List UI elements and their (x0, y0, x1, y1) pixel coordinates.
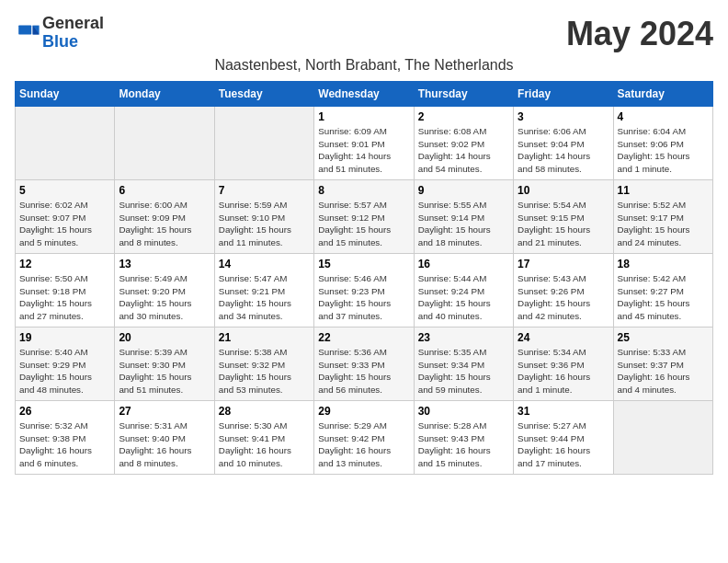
calendar-cell: 12Sunrise: 5:50 AMSunset: 9:18 PMDayligh… (16, 254, 115, 327)
day-info: Sunrise: 6:02 AMSunset: 9:07 PMDaylight:… (19, 199, 110, 249)
day-number: 1 (318, 110, 409, 123)
day-info: Sunrise: 5:52 AMSunset: 9:17 PMDaylight:… (618, 199, 709, 249)
calendar-header-row: SundayMondayTuesdayWednesdayThursdayFrid… (16, 82, 713, 107)
calendar-cell: 27Sunrise: 5:31 AMSunset: 9:40 PMDayligh… (115, 401, 214, 475)
day-number: 7 (219, 184, 310, 197)
day-info: Sunrise: 5:47 AMSunset: 9:21 PMDaylight:… (219, 272, 310, 323)
calendar-cell (214, 107, 313, 180)
calendar-cell: 15Sunrise: 5:46 AMSunset: 9:23 PMDayligh… (314, 254, 414, 327)
svg-rect-2 (18, 25, 31, 34)
calendar-cell: 31Sunrise: 5:27 AMSunset: 9:44 PMDayligh… (514, 401, 613, 475)
calendar-week-row: 26Sunrise: 5:32 AMSunset: 9:38 PMDayligh… (16, 401, 713, 475)
calendar-cell (115, 107, 214, 180)
day-info: Sunrise: 5:36 AMSunset: 9:33 PMDaylight:… (318, 346, 409, 396)
calendar-cell: 14Sunrise: 5:47 AMSunset: 9:21 PMDayligh… (214, 254, 313, 327)
day-info: Sunrise: 5:28 AMSunset: 9:43 PMDaylight:… (418, 419, 509, 470)
logo-text-block: General Blue (42, 15, 104, 52)
day-header-tuesday: Tuesday (214, 82, 313, 107)
day-info: Sunrise: 5:35 AMSunset: 9:34 PMDaylight:… (418, 346, 509, 396)
day-info: Sunrise: 5:57 AMSunset: 9:12 PMDaylight:… (318, 199, 409, 249)
day-info: Sunrise: 5:42 AMSunset: 9:27 PMDaylight:… (618, 272, 709, 323)
day-number: 22 (318, 331, 409, 344)
calendar-cell: 13Sunrise: 5:49 AMSunset: 9:20 PMDayligh… (115, 254, 214, 327)
day-info: Sunrise: 5:38 AMSunset: 9:32 PMDaylight:… (219, 346, 310, 396)
day-info: Sunrise: 5:49 AMSunset: 9:20 PMDaylight:… (119, 272, 210, 323)
calendar-cell: 2Sunrise: 6:08 AMSunset: 9:02 PMDaylight… (414, 107, 513, 180)
day-number: 17 (518, 258, 609, 270)
calendar-week-row: 19Sunrise: 5:40 AMSunset: 9:29 PMDayligh… (16, 327, 713, 401)
day-info: Sunrise: 6:06 AMSunset: 9:04 PMDaylight:… (518, 125, 609, 176)
calendar-week-row: 12Sunrise: 5:50 AMSunset: 9:18 PMDayligh… (16, 254, 713, 327)
day-number: 19 (19, 331, 110, 344)
day-header-monday: Monday (115, 82, 214, 107)
logo-label: General Blue (42, 15, 104, 52)
calendar-cell: 1Sunrise: 6:09 AMSunset: 9:01 PMDaylight… (314, 107, 414, 180)
day-info: Sunrise: 5:54 AMSunset: 9:15 PMDaylight:… (518, 199, 609, 249)
location-subtitle: Naastenbest, North Brabant, The Netherla… (15, 57, 713, 74)
day-number: 13 (119, 258, 210, 270)
calendar-cell: 26Sunrise: 5:32 AMSunset: 9:38 PMDayligh… (16, 401, 115, 475)
day-number: 27 (119, 405, 210, 418)
page-header: General Blue May 2024 (15, 15, 713, 53)
day-number: 4 (618, 110, 709, 123)
calendar-cell: 11Sunrise: 5:52 AMSunset: 9:17 PMDayligh… (613, 180, 712, 254)
day-number: 24 (518, 331, 609, 344)
day-info: Sunrise: 6:09 AMSunset: 9:01 PMDaylight:… (318, 125, 409, 176)
day-header-thursday: Thursday (414, 82, 513, 107)
day-info: Sunrise: 5:30 AMSunset: 9:41 PMDaylight:… (219, 419, 310, 470)
day-number: 5 (19, 184, 110, 197)
day-header-sunday: Sunday (16, 82, 115, 107)
month-title: May 2024 (566, 15, 713, 53)
day-number: 30 (418, 405, 509, 418)
day-info: Sunrise: 5:29 AMSunset: 9:42 PMDaylight:… (318, 419, 409, 470)
day-info: Sunrise: 5:27 AMSunset: 9:44 PMDaylight:… (518, 419, 609, 470)
day-number: 9 (418, 184, 509, 197)
calendar-week-row: 5Sunrise: 6:02 AMSunset: 9:07 PMDaylight… (16, 180, 713, 254)
day-number: 28 (219, 405, 310, 418)
day-number: 3 (518, 110, 609, 123)
day-info: Sunrise: 5:32 AMSunset: 9:38 PMDaylight:… (19, 419, 110, 470)
calendar-cell: 18Sunrise: 5:42 AMSunset: 9:27 PMDayligh… (613, 254, 712, 327)
calendar-cell: 22Sunrise: 5:36 AMSunset: 9:33 PMDayligh… (314, 327, 414, 401)
day-number: 15 (318, 258, 409, 270)
calendar-cell: 5Sunrise: 6:02 AMSunset: 9:07 PMDaylight… (16, 180, 115, 254)
calendar-cell: 24Sunrise: 5:34 AMSunset: 9:36 PMDayligh… (514, 327, 613, 401)
day-header-wednesday: Wednesday (314, 82, 414, 107)
calendar-cell: 30Sunrise: 5:28 AMSunset: 9:43 PMDayligh… (414, 401, 513, 475)
day-header-friday: Friday (514, 82, 613, 107)
calendar-cell: 19Sunrise: 5:40 AMSunset: 9:29 PMDayligh… (16, 327, 115, 401)
day-number: 6 (119, 184, 210, 197)
day-number: 16 (418, 258, 509, 270)
calendar-cell: 28Sunrise: 5:30 AMSunset: 9:41 PMDayligh… (214, 401, 313, 475)
day-number: 25 (618, 331, 709, 344)
day-info: Sunrise: 6:00 AMSunset: 9:09 PMDaylight:… (119, 199, 210, 249)
day-info: Sunrise: 5:40 AMSunset: 9:29 PMDaylight:… (19, 346, 110, 396)
day-number: 12 (19, 258, 110, 270)
day-info: Sunrise: 5:33 AMSunset: 9:37 PMDaylight:… (618, 346, 709, 396)
day-number: 10 (518, 184, 609, 197)
day-number: 8 (318, 184, 409, 197)
day-number: 2 (418, 110, 509, 123)
day-info: Sunrise: 5:46 AMSunset: 9:23 PMDaylight:… (318, 272, 409, 323)
day-info: Sunrise: 5:44 AMSunset: 9:24 PMDaylight:… (418, 272, 509, 323)
calendar-table: SundayMondayTuesdayWednesdayThursdayFrid… (15, 81, 713, 475)
calendar-cell (16, 107, 115, 180)
calendar-cell: 3Sunrise: 6:06 AMSunset: 9:04 PMDaylight… (514, 107, 613, 180)
calendar-cell: 21Sunrise: 5:38 AMSunset: 9:32 PMDayligh… (214, 327, 313, 401)
calendar-cell (613, 401, 712, 475)
calendar-cell: 20Sunrise: 5:39 AMSunset: 9:30 PMDayligh… (115, 327, 214, 401)
day-info: Sunrise: 5:34 AMSunset: 9:36 PMDaylight:… (518, 346, 609, 396)
day-number: 26 (19, 405, 110, 418)
day-header-saturday: Saturday (613, 82, 712, 107)
day-info: Sunrise: 5:55 AMSunset: 9:14 PMDaylight:… (418, 199, 509, 249)
calendar-cell: 29Sunrise: 5:29 AMSunset: 9:42 PMDayligh… (314, 401, 414, 475)
day-info: Sunrise: 5:39 AMSunset: 9:30 PMDaylight:… (119, 346, 210, 396)
day-info: Sunrise: 6:08 AMSunset: 9:02 PMDaylight:… (418, 125, 509, 176)
day-info: Sunrise: 5:50 AMSunset: 9:18 PMDaylight:… (19, 272, 110, 323)
day-number: 23 (418, 331, 509, 344)
calendar-cell: 23Sunrise: 5:35 AMSunset: 9:34 PMDayligh… (414, 327, 513, 401)
day-info: Sunrise: 5:59 AMSunset: 9:10 PMDaylight:… (219, 199, 310, 249)
day-number: 31 (518, 405, 609, 418)
day-info: Sunrise: 6:04 AMSunset: 9:06 PMDaylight:… (618, 125, 709, 176)
day-number: 21 (219, 331, 310, 344)
